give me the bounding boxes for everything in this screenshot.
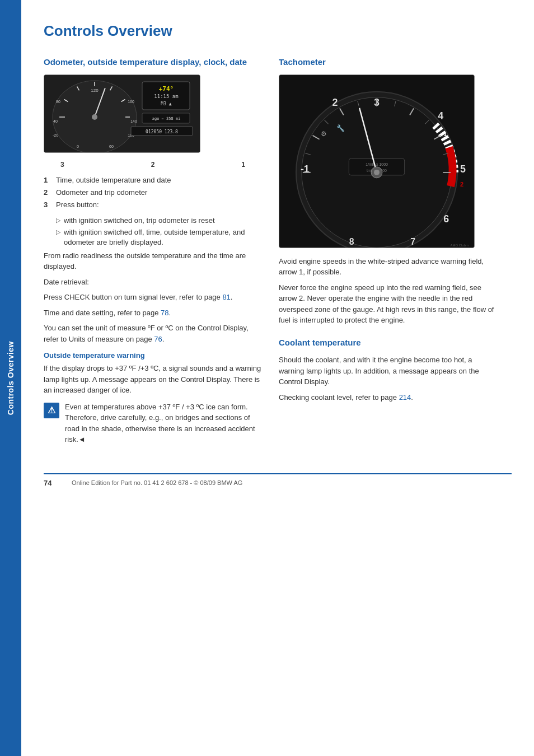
list-item: 1 Time, outside temperature and date [44,175,262,185]
svg-point-57 [374,169,380,175]
svg-point-19 [92,114,97,120]
item-list: 1 Time, outside temperature and date 2 O… [44,175,262,211]
sub-bullet-item: ▷ with ignition switched off, time, outs… [56,227,262,248]
item-text: Press button: [56,200,99,210]
svg-text:120: 120 [91,88,99,93]
arrow-icon: ▷ [56,216,60,226]
outside-temp-warning-heading: Outside temperature warning [44,351,262,360]
svg-text:1/min x 1000: 1/min x 1000 [366,162,388,166]
svg-text:0: 0 [77,144,79,148]
page-number: 74 [44,479,60,487]
label-1: 1 [241,161,245,169]
body-paragraph: You can set the unit of measure ºF or ºC… [44,323,262,344]
footer-copyright: Online Edition for Part no. 01 41 2 602 … [72,479,242,486]
odometer-svg: 120 80 160 40 -20 0 60 100 140 [44,75,200,153]
body-paragraph: From radio readiness the outside tempera… [44,250,262,272]
outside-temp-warning-text: If the display drops to +37 ºF /+3 ºC, a… [44,363,262,396]
main-content: Controls Overview Odometer, outside temp… [21,0,534,510]
svg-text:7: 7 [410,237,415,246]
item-number: 3 [44,200,51,210]
odometer-section-heading: Odometer, outside temperature display, c… [44,57,262,68]
item-number: 2 [44,188,51,198]
svg-text:012050  123.8: 012050 123.8 [146,129,178,134]
body-paragraph: Time and date setting, refer to page 78. [44,307,262,319]
svg-text:⚙: ⚙ [321,130,327,138]
two-column-layout: Odometer, outside temperature display, c… [44,57,512,451]
page-link-81[interactable]: 81 [222,293,230,301]
coolant-body-2: Checking coolant level, refer to page 21… [279,392,497,403]
svg-text:+74°: +74° [159,85,174,92]
sidebar-label: Controls Overview [6,341,15,415]
svg-text:140: 140 [130,119,137,123]
item-number: 1 [44,175,51,185]
warning-box: ⚠ Even at temperatures above +37 ºF / +3… [44,402,262,445]
svg-text:40: 40 [53,119,58,123]
sub-bullet-text: with ignition switched off, time, outsid… [64,227,262,248]
item-text: Time, outside temperature and date [56,175,171,185]
svg-text:8: 8 [349,237,354,246]
left-column: Odometer, outside temperature display, c… [44,57,262,451]
sidebar: Controls Overview [0,0,21,756]
tachometer-body-2: Never force the engine speed up into the… [279,282,497,326]
tachometer-image: 3 4 5 2 -1 6 7 8 [279,74,475,248]
odometer-inner: 120 80 160 40 -20 0 60 100 140 [44,75,200,152]
label-2: 2 [151,161,155,169]
sub-bullet-text: with ignition switched on, trip odometer… [64,216,215,226]
svg-text:160: 160 [128,100,134,104]
arrow-icon: ▷ [56,228,60,248]
svg-text:2: 2 [460,180,463,187]
odometer-image: 120 80 160 40 -20 0 60 100 140 [44,74,200,153]
sub-bullet-list: ▷ with ignition switched on, trip odomet… [56,216,262,248]
page-link-78[interactable]: 78 [161,309,168,317]
tachometer-heading: Tachometer [279,57,497,68]
body-paragraph: Press CHECK button on turn signal lever,… [44,292,262,303]
page-title: Controls Overview [44,22,512,40]
svg-text:1: 1 [443,130,447,137]
body-paragraph: Date retrieval: [44,277,262,288]
coolant-body-1: Should the coolant, and with it the engi… [279,354,497,388]
svg-text:11:15 am: 11:15 am [154,94,178,99]
tachometer-body-1: Avoid engine speeds in the white-striped… [279,256,497,278]
warning-text: Even at temperatures above +37 ºF / +3 º… [65,402,262,445]
label-3: 3 [60,161,64,169]
sub-bullet-item: ▷ with ignition switched on, trip odomet… [56,216,262,226]
svg-text:M3 ▲: M3 ▲ [161,101,171,106]
page-footer: 74 Online Edition for Part no. 01 41 2 6… [44,473,512,487]
svg-text:-20: -20 [53,133,58,137]
odometer-labels: 3 2 1 [44,161,262,169]
svg-text:ago ← 358 mi: ago ← 358 mi [152,116,181,121]
tachometer-svg: 3 4 5 2 -1 6 7 8 [279,75,474,248]
list-item: 2 Odometer and trip odometer [44,188,262,198]
coolant-heading: Coolant temperature [279,337,497,348]
page-link-76[interactable]: 76 [154,335,162,343]
svg-text:80: 80 [56,100,60,104]
svg-text:60: 60 [109,144,114,148]
right-column: Tachometer 3 4 5 [279,57,497,407]
svg-text:6: 6 [443,213,449,225]
warning-icon: ⚠ [44,403,59,418]
svg-text:4: 4 [438,110,443,122]
item-text: Odometer and trip odometer [56,188,147,198]
svg-text:5: 5 [460,163,466,174]
svg-text:AMG Clubm: AMG Clubm [451,244,469,247]
svg-text:-1: -1 [301,163,310,174]
page-link-214[interactable]: 214 [399,393,411,402]
list-item: 3 Press button: [44,200,262,210]
coolant-section: Coolant temperature Should the coolant, … [279,337,497,403]
svg-text:🔧: 🔧 [336,124,345,132]
svg-text:2: 2 [332,96,338,108]
